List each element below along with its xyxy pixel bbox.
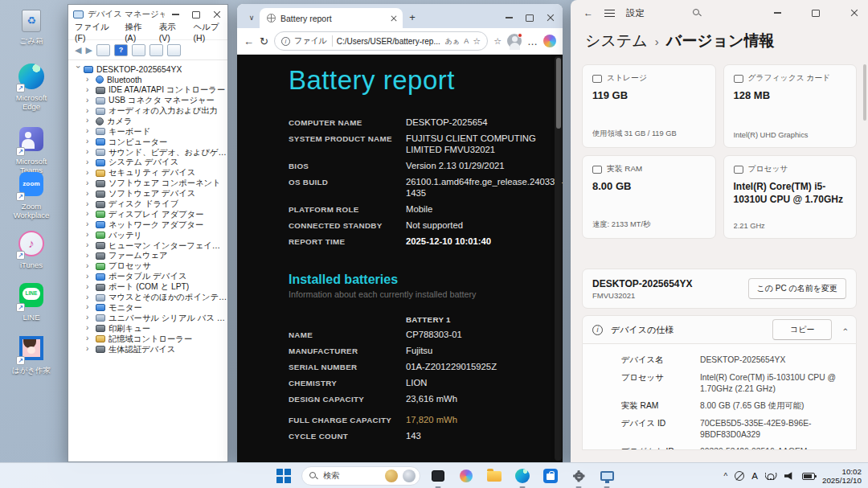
expand-chevron-icon[interactable]: › <box>86 323 94 332</box>
settings-scrollbar[interactable] <box>863 64 866 121</box>
desktop-icon-teams[interactable]: ↗ Microsoft Teams <box>6 125 56 174</box>
expand-chevron-icon[interactable]: › <box>86 85 94 94</box>
menu-action[interactable]: 操作(A) <box>125 22 150 43</box>
copilot-icon[interactable] <box>543 35 556 47</box>
start-button[interactable] <box>273 465 294 486</box>
help-icon[interactable]: ? <box>114 44 128 56</box>
expand-chevron-icon[interactable]: › <box>86 209 94 218</box>
taskbar-search[interactable]: 検索 <box>301 466 420 486</box>
tree-item-computer[interactable]: ›コンピューター <box>68 137 227 147</box>
expand-chevron-icon[interactable]: › <box>86 96 94 105</box>
tree-item-print-queues[interactable]: ›印刷キュー <box>68 323 227 334</box>
tree-item-bluetooth[interactable]: ›Bluetooth <box>68 75 227 85</box>
expand-chevron-icon[interactable]: › <box>86 230 94 239</box>
tree-item-portable-devices[interactable]: ›ポータブル デバイス <box>68 272 227 282</box>
minimize-button[interactable] <box>764 0 791 26</box>
expand-chevron-icon[interactable]: › <box>86 116 94 125</box>
address-bar[interactable]: i ファイル C:/Users/USER/battery-rep... あぁ A… <box>274 31 488 51</box>
maximize-button[interactable] <box>519 7 540 28</box>
tree-item-processors[interactable]: ›プロセッサ <box>68 261 227 272</box>
tree-item-biometric-devices[interactable]: ›生体認証デバイス <box>68 344 227 355</box>
tree-item-mice[interactable]: ›マウスとそのほかのポインティング デバイス <box>68 293 227 303</box>
expand-chevron-icon[interactable]: › <box>86 137 94 146</box>
taskbar-file-explorer[interactable] <box>484 465 505 486</box>
expand-chevron-icon[interactable]: › <box>86 272 94 281</box>
chevron-up-icon[interactable]: › <box>840 328 850 331</box>
breadcrumb-system[interactable]: システム <box>585 32 648 49</box>
expand-chevron-icon[interactable]: › <box>86 334 94 342</box>
taskbar-clock[interactable]: 10:02 2025/12/10 <box>822 467 862 486</box>
expand-chevron-icon[interactable]: › <box>86 240 94 249</box>
favorites-list-icon[interactable]: ☆ <box>493 36 502 47</box>
device-specs-expander[interactable]: i デバイスの仕様 コピー › <box>582 315 857 344</box>
desktop-icon-zoom[interactable]: zoom↗ Zoom Workplace <box>6 170 56 219</box>
more-menu-icon[interactable]: … <box>527 35 538 47</box>
tree-item-firmware[interactable]: ›ファームウェア <box>68 251 227 261</box>
expand-chevron-icon[interactable]: › <box>86 344 94 353</box>
favorite-star-icon[interactable]: ☆ <box>473 36 481 47</box>
tree-item-software-devices[interactable]: ›ソフトウェア デバイス <box>68 189 227 199</box>
expand-chevron-icon[interactable]: › <box>86 282 94 291</box>
expand-chevron-icon[interactable]: › <box>86 261 94 270</box>
expand-chevron-icon[interactable]: › <box>86 178 94 187</box>
copy-button[interactable]: コピー <box>772 319 832 340</box>
computer-icon[interactable] <box>167 44 181 56</box>
tree-item-storage-controllers[interactable]: ›記憶域コントローラー <box>68 334 227 344</box>
search-icon[interactable] <box>693 9 702 18</box>
desktop-icon-recycle-bin[interactable]: ♻ ごみ箱 <box>6 6 56 45</box>
expand-chevron-icon[interactable]: › <box>86 293 94 301</box>
tree-item-software-components[interactable]: ›ソフトウェア コンポーネント <box>68 178 227 189</box>
tree-item-camera[interactable]: ›カメラ <box>68 116 227 126</box>
tree-item-sound-video-game[interactable]: ›サウンド、ビデオ、およびゲーム コントローラー <box>68 147 227 158</box>
taskbar-settings[interactable] <box>568 465 589 486</box>
tree-item-batteries[interactable]: ›バッテリ <box>68 230 227 240</box>
desktop-icon-itunes[interactable]: ♪↗ iTunes <box>6 230 56 269</box>
expand-chevron-icon[interactable]: › <box>86 168 94 177</box>
tree-item-hid[interactable]: ›ヒューマン インターフェイス デバイス <box>68 240 227 251</box>
tree-item-security-devices[interactable]: ›セキュリティ デバイス <box>68 168 227 178</box>
tree-item-usb-controllers[interactable]: ›ユニバーサル シリアル バス コントローラー <box>68 313 227 323</box>
tree-item-ports[interactable]: ›ポート (COM と LPT) <box>68 282 227 293</box>
new-tab-button[interactable]: + <box>403 7 422 28</box>
hamburger-menu-icon[interactable] <box>604 10 615 17</box>
tree-root-computer[interactable]: › DESKTOP-2025654YX <box>68 64 227 75</box>
translate-icon[interactable]: あぁ <box>445 36 460 47</box>
tree-item-system-devices[interactable]: ›システム デバイス <box>68 158 227 168</box>
tree-item-keyboard[interactable]: ›キーボード <box>68 126 227 137</box>
taskbar-edge[interactable] <box>512 465 533 486</box>
expand-chevron-icon[interactable]: › <box>86 106 94 115</box>
ime-mode-indicator[interactable]: A <box>751 471 758 481</box>
minimize-button[interactable] <box>498 7 519 28</box>
profile-avatar[interactable] <box>507 34 522 48</box>
tray-overflow-chevron[interactable]: ^ <box>724 472 728 481</box>
expand-chevron-icon[interactable]: › <box>86 251 94 260</box>
tree-item-ide-controllers[interactable]: ›IDE ATA/ATAPI コントローラー <box>68 85 227 96</box>
reload-icon[interactable]: ↻ <box>260 35 268 47</box>
properties-icon[interactable] <box>132 44 145 56</box>
tree-item-audio-io[interactable]: ›オーディオの入力および出力 <box>68 106 227 117</box>
tree-item-monitors[interactable]: ›モニター <box>68 302 227 313</box>
taskbar-device-manager[interactable] <box>596 465 617 486</box>
scrollbar-thumb[interactable] <box>556 58 561 129</box>
forward-icon[interactable]: ▶ <box>85 45 92 55</box>
desktop-icon-hagaki[interactable]: ↗ はがき作家 <box>6 334 56 375</box>
browser-tab[interactable]: Battery report <box>260 8 403 28</box>
rename-pc-button[interactable]: この PC の名前を変更 <box>748 278 846 299</box>
menu-view[interactable]: 表示(V) <box>159 22 185 43</box>
expand-chevron-icon[interactable]: › <box>86 158 94 166</box>
page-info-icon[interactable]: i <box>281 37 290 46</box>
back-icon[interactable]: ← <box>583 7 593 18</box>
tree-item-network-adapters[interactable]: ›ネットワーク アダプター <box>68 219 227 230</box>
expand-chevron-icon[interactable]: › <box>86 75 94 84</box>
expand-chevron-icon[interactable]: › <box>86 302 94 311</box>
tree-item-usb-connector-manager[interactable]: ›USB コネクタ マネージャー <box>68 96 227 106</box>
taskbar-copilot[interactable] <box>456 465 477 486</box>
close-button[interactable] <box>540 7 561 28</box>
scan-hardware-icon[interactable] <box>149 44 163 56</box>
tab-close-icon[interactable] <box>390 14 398 23</box>
close-button[interactable] <box>841 0 868 26</box>
expand-chevron-icon[interactable]: › <box>86 126 94 135</box>
desktop-icon-edge[interactable]: ↗ Microsoft Edge <box>6 63 56 111</box>
taskbar-app-dark[interactable] <box>428 465 448 486</box>
wifi-icon[interactable] <box>765 473 777 480</box>
